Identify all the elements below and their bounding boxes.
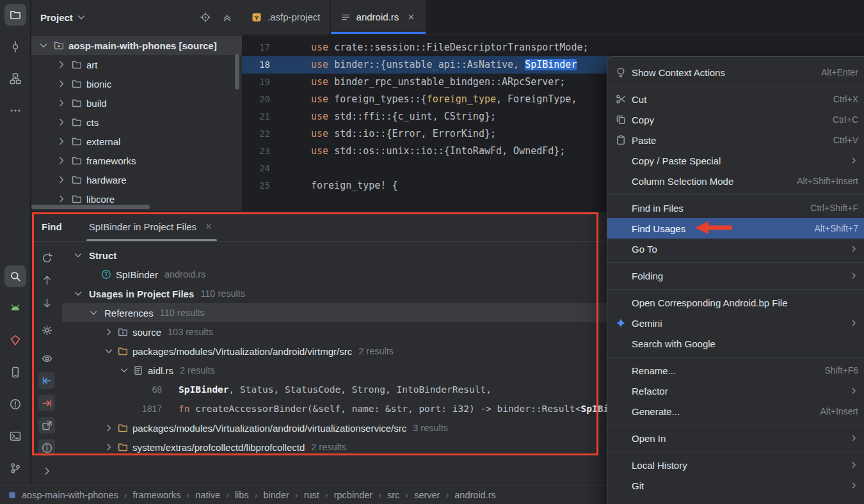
menu-item-go-to[interactable]: Go To — [607, 239, 864, 259]
project-tree-item-aosp-main-with-phones-source[interactable]: aosp-main-with-phones [source] — [31, 36, 242, 55]
find-toolbar-navigate-with-single-click[interactable] — [38, 372, 55, 389]
menu-item-open-corresponding-android-bp-file[interactable]: Open Corresponding Android.bp File — [607, 292, 864, 313]
tool-button-device-manager[interactable] — [4, 361, 26, 383]
close-icon[interactable] — [203, 221, 214, 232]
menu-item-column-selection-mode[interactable]: Column Selection ModeAlt+Shift+Insert — [607, 171, 864, 191]
menu-separator — [607, 262, 864, 263]
collapse-all-icon[interactable] — [221, 12, 233, 23]
find-toolbar-jump-to-source[interactable] — [38, 395, 55, 411]
menu-item-git[interactable]: Git — [607, 475, 864, 496]
find-results-tab[interactable]: SpIBinder in Project Files — [81, 212, 222, 241]
tree-expander-icon[interactable] — [56, 174, 67, 185]
project-tree-item-external[interactable]: external — [31, 132, 242, 151]
project-panel-title[interactable]: Project — [40, 12, 73, 23]
menu-item-shortcut: Shift+F6 — [824, 365, 858, 375]
menu-item-copy-paste-special[interactable]: Copy / Paste Special — [607, 150, 864, 171]
breadcrumb-label: native — [195, 490, 220, 500]
menu-item-open-in[interactable]: Open In — [607, 428, 864, 448]
breadcrumb-item-frameworks[interactable]: frameworks — [133, 490, 181, 500]
tree-expander-icon[interactable] — [56, 59, 67, 70]
menu-item-local-history[interactable]: Local History — [607, 455, 864, 475]
breadcrumb-item-rpcbinder[interactable]: rpcbinder — [334, 490, 372, 500]
find-toolbar-settings[interactable] — [38, 322, 55, 338]
tree-expander[interactable] — [102, 326, 116, 338]
tree-expander-icon[interactable] — [56, 155, 67, 166]
horizontal-scrollbar[interactable] — [31, 205, 150, 209]
breadcrumb-separator: › — [405, 490, 408, 500]
tree-expander-icon[interactable] — [56, 97, 67, 109]
tool-button-more-tool-windows[interactable] — [4, 100, 26, 122]
menu-item-find-usages[interactable]: Find UsagesAlt+Shift+7 — [607, 218, 864, 239]
menu-item-find-in-files[interactable]: Find in FilesCtrl+Shift+F — [607, 198, 864, 218]
menu-item-copy[interactable]: CopyCtrl+C — [607, 109, 864, 130]
tool-button-logcat[interactable] — [4, 297, 26, 319]
eye-icon — [41, 352, 52, 364]
menu-item-generate[interactable]: Generate...Alt+Insert — [607, 401, 864, 421]
breadcrumb-item-binder[interactable]: binder — [264, 490, 289, 500]
project-tree-item-build[interactable]: build — [31, 93, 242, 113]
select-opened-file-icon[interactable] — [200, 12, 211, 23]
editor-tab-android-rs[interactable]: android.rs — [331, 0, 428, 34]
breadcrumb-item-server[interactable]: server — [414, 490, 440, 500]
tree-expander[interactable] — [86, 307, 100, 319]
breadcrumb-item-src[interactable]: src — [387, 490, 399, 500]
find-toolbar-next-occurrence[interactable] — [38, 294, 55, 311]
breadcrumb-item-rust[interactable]: rust — [304, 490, 319, 500]
tree-expander[interactable] — [117, 365, 131, 376]
project-tree-item-bionic[interactable]: bionic — [31, 74, 242, 93]
tree-expander[interactable] — [102, 422, 116, 434]
vertical-scrollbar[interactable] — [235, 54, 239, 90]
tree-expander[interactable] — [71, 288, 85, 299]
code-text: use foreign_types::{foreign_type, Foreig… — [287, 91, 577, 108]
tool-button-problems[interactable] — [4, 393, 26, 415]
tool-button-version-control[interactable] — [4, 457, 26, 479]
breadcrumb-item-native[interactable]: native — [195, 490, 220, 500]
menu-item-gemini[interactable]: Gemini — [607, 313, 864, 333]
tree-expander[interactable] — [71, 249, 85, 261]
close-icon[interactable] — [405, 12, 417, 23]
tool-button-terminal[interactable] — [4, 425, 26, 447]
tree-expander-icon[interactable] — [56, 116, 67, 128]
menu-item-rename[interactable]: Rename...Shift+F6 — [607, 360, 864, 381]
project-tree-item-cts[interactable]: cts — [31, 113, 242, 132]
find-toolbar-rerun[interactable] — [38, 249, 55, 266]
tree-expander-icon[interactable] — [38, 40, 49, 51]
menu-item-paste[interactable]: PasteCtrl+V — [607, 130, 864, 150]
chevron-down-icon[interactable] — [76, 12, 87, 23]
project-tree-item-art[interactable]: art — [31, 55, 242, 74]
tree-expander-icon[interactable] — [56, 78, 67, 90]
line-number: 24 — [242, 160, 287, 177]
find-toolbar-previous-occurrence[interactable] — [38, 272, 55, 288]
find-toolbar-preview[interactable] — [38, 350, 55, 366]
svg-text:Y: Y — [255, 13, 259, 20]
breadcrumb-item-aosp-main-with-phones[interactable]: aosp-main-with-phones — [6, 489, 118, 501]
editor-tab-asfp-project[interactable]: Y.asfp-project — [242, 0, 331, 34]
tab-label: android.rs — [356, 12, 399, 22]
project-tree-item-hardware[interactable]: hardware — [31, 170, 242, 189]
tree-expander-icon[interactable] — [56, 193, 67, 205]
empty-icon — [614, 175, 628, 187]
menu-item-search-with-google[interactable]: Search with Google — [607, 333, 864, 354]
menu-item-show-context-actions[interactable]: Show Context ActionsAlt+Enter — [607, 62, 864, 83]
tree-expander[interactable] — [102, 345, 116, 357]
menu-separator — [607, 194, 864, 195]
breadcrumb-item-android-rs[interactable]: android.rs — [454, 490, 495, 500]
tool-button-find[interactable] — [4, 265, 26, 287]
find-toolbar-help[interactable] — [38, 439, 55, 456]
tree-expander-icon[interactable] — [56, 136, 67, 147]
menu-item-refactor[interactable]: Refactor — [607, 381, 864, 401]
breadcrumb-label: binder — [264, 490, 289, 500]
menu-item-cut[interactable]: CutCtrl+X — [607, 89, 864, 109]
find-toolbar-more-options[interactable] — [38, 462, 55, 479]
tool-button-structure[interactable] — [4, 68, 26, 90]
find-toolbar-open-results-in-new-tab[interactable] — [38, 417, 55, 434]
result-code: fn createAccessorBinder(&self, name: &st… — [179, 404, 637, 414]
tool-button-app-quality-insights[interactable] — [4, 329, 26, 351]
code-line-17[interactable]: 17use crate::session::FileDescriptorTran… — [242, 39, 864, 56]
tool-button-commit[interactable] — [4, 36, 26, 58]
project-tree-item-frameworks[interactable]: frameworks — [31, 151, 242, 170]
breadcrumb-item-libs[interactable]: libs — [235, 490, 249, 500]
menu-item-folding[interactable]: Folding — [607, 265, 864, 286]
tool-button-project[interactable] — [4, 4, 26, 26]
tree-expander[interactable] — [102, 441, 116, 453]
